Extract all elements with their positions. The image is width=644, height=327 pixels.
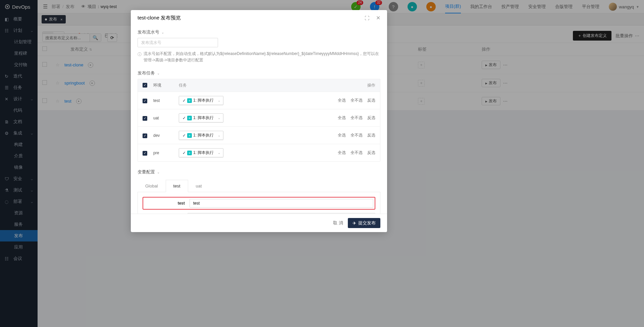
chevron-down-icon[interactable]: ⌄ bbox=[218, 133, 220, 137]
script-icon: ≡ bbox=[187, 151, 192, 155]
th-task: 任务 bbox=[179, 83, 367, 88]
modal-body: 发布流水号 ⌄ ⓘ 流水号如不配置，则自动生成，格式默认为${releaseDe… bbox=[131, 26, 387, 214]
select-none-link[interactable]: 全不选 bbox=[351, 115, 363, 121]
info-icon: ⓘ bbox=[138, 51, 142, 58]
task-table: ✓ 环境 任务 操作 ✓ test ✓ ≡ 1: 脚本执行 ⌄ 全选 全不选 反… bbox=[138, 79, 380, 162]
var-label-test: test bbox=[145, 199, 185, 206]
task-row: ✓ pre ✓ ≡ 1: 脚本执行 ⌄ 全选 全不选 反选 bbox=[138, 144, 380, 161]
task-row-checkbox[interactable]: ✓ bbox=[143, 133, 147, 138]
task-env-label: pre bbox=[153, 151, 179, 155]
sn-info-text: ⓘ 流水号如不配置，则自动生成，格式默认为${releaseDefinition… bbox=[138, 47, 380, 67]
select-all-link[interactable]: 全选 bbox=[338, 132, 346, 138]
task-pill-label: 1: 脚本执行 bbox=[193, 98, 214, 103]
select-invert-link[interactable]: 反选 bbox=[367, 98, 375, 103]
task-row-checkbox[interactable]: ✓ bbox=[143, 151, 147, 156]
select-all-link[interactable]: 全选 bbox=[338, 150, 346, 156]
script-icon: ≡ bbox=[187, 98, 192, 103]
task-pill[interactable]: ✓ ≡ 1: 脚本执行 ⌄ bbox=[179, 113, 223, 122]
task-env-label: test bbox=[153, 98, 179, 103]
task-pill[interactable]: ✓ ≡ 1: 脚本执行 ⌄ bbox=[179, 96, 223, 105]
section-sn-title[interactable]: 发布流水号 ⌄ bbox=[138, 26, 380, 38]
var-tabs: Global test uat bbox=[138, 180, 380, 192]
chevron-down-icon[interactable]: ⌄ bbox=[218, 99, 220, 102]
task-table-header: ✓ 环境 任务 操作 bbox=[138, 79, 380, 92]
task-env-label: uat bbox=[153, 116, 179, 120]
var-input-test[interactable] bbox=[190, 199, 373, 208]
select-invert-link[interactable]: 反选 bbox=[367, 150, 375, 156]
task-pill[interactable]: ✓ ≡ 1: 脚本执行 ⌄ bbox=[179, 131, 223, 140]
select-none-link[interactable]: 全不选 bbox=[351, 150, 363, 156]
chevron-down-icon[interactable]: ⌄ bbox=[218, 116, 220, 120]
chevron-down-icon: ⌄ bbox=[157, 170, 160, 174]
task-row-checkbox[interactable]: ✓ bbox=[143, 116, 147, 121]
task-pill[interactable]: ✓ ≡ 1: 脚本执行 ⌄ bbox=[179, 148, 223, 157]
chevron-down-icon: ⌄ bbox=[161, 31, 164, 34]
check-icon: ✓ bbox=[182, 116, 186, 120]
task-select-all-checkbox[interactable]: ✓ bbox=[143, 83, 147, 88]
script-icon: ≡ bbox=[187, 133, 192, 138]
modal-footer: 取 消 ✈ 提交发布 bbox=[131, 214, 387, 232]
task-row: ✓ test ✓ ≡ 1: 脚本执行 ⌄ 全选 全不选 反选 bbox=[138, 92, 380, 109]
select-all-link[interactable]: 全选 bbox=[338, 115, 346, 121]
select-invert-link[interactable]: 反选 bbox=[367, 115, 375, 121]
task-pill-label: 1: 脚本执行 bbox=[193, 150, 214, 156]
section-vars-title[interactable]: 变量配置 ⌄ bbox=[138, 166, 380, 178]
task-pill-label: 1: 脚本执行 bbox=[193, 132, 214, 138]
var-tab-test[interactable]: test bbox=[166, 180, 188, 192]
close-icon[interactable]: ✕ bbox=[376, 15, 380, 21]
submit-release-button[interactable]: ✈ 提交发布 bbox=[348, 218, 380, 228]
select-all-link[interactable]: 全选 bbox=[338, 98, 346, 103]
var-body: test map { "key1": "a", "key2": "b" bbox=[138, 192, 380, 214]
th-env: 环境 bbox=[153, 83, 179, 88]
release-serial-input[interactable] bbox=[138, 38, 218, 47]
section-tasks-title[interactable]: 发布任务 ⌄ bbox=[138, 67, 380, 79]
cancel-button[interactable]: 取 消 bbox=[333, 220, 343, 226]
select-invert-link[interactable]: 反选 bbox=[367, 132, 375, 138]
release-preview-modal: test-clone 发布预览 ⛶ ✕ 发布流水号 ⌄ ⓘ 流水号如不配置，则自… bbox=[131, 10, 387, 232]
task-row: ✓ uat ✓ ≡ 1: 脚本执行 ⌄ 全选 全不选 反选 bbox=[138, 109, 380, 126]
var-row-test-highlight: test bbox=[143, 197, 375, 210]
check-icon: ✓ bbox=[182, 151, 186, 155]
task-row: ✓ dev ✓ ≡ 1: 脚本执行 ⌄ 全选 全不选 反选 bbox=[138, 126, 380, 144]
var-tab-global[interactable]: Global bbox=[138, 180, 166, 192]
chevron-down-icon[interactable]: ⌄ bbox=[218, 151, 220, 155]
select-none-link[interactable]: 全不选 bbox=[351, 98, 363, 103]
check-icon: ✓ bbox=[182, 133, 186, 138]
th-ops: 操作 bbox=[367, 83, 375, 88]
chevron-down-icon: ⌄ bbox=[157, 71, 160, 75]
send-icon: ✈ bbox=[353, 221, 356, 226]
check-icon: ✓ bbox=[182, 98, 186, 103]
task-pill-label: 1: 脚本执行 bbox=[193, 115, 214, 121]
task-row-checkbox[interactable]: ✓ bbox=[143, 99, 147, 103]
task-env-label: dev bbox=[153, 133, 179, 138]
expand-icon[interactable]: ⛶ bbox=[365, 15, 369, 21]
modal-header: test-clone 发布预览 ⛶ ✕ bbox=[131, 10, 387, 26]
script-icon: ≡ bbox=[187, 116, 192, 120]
select-none-link[interactable]: 全不选 bbox=[351, 132, 363, 138]
modal-title: test-clone 发布预览 bbox=[138, 15, 181, 21]
var-tab-uat[interactable]: uat bbox=[188, 180, 210, 192]
